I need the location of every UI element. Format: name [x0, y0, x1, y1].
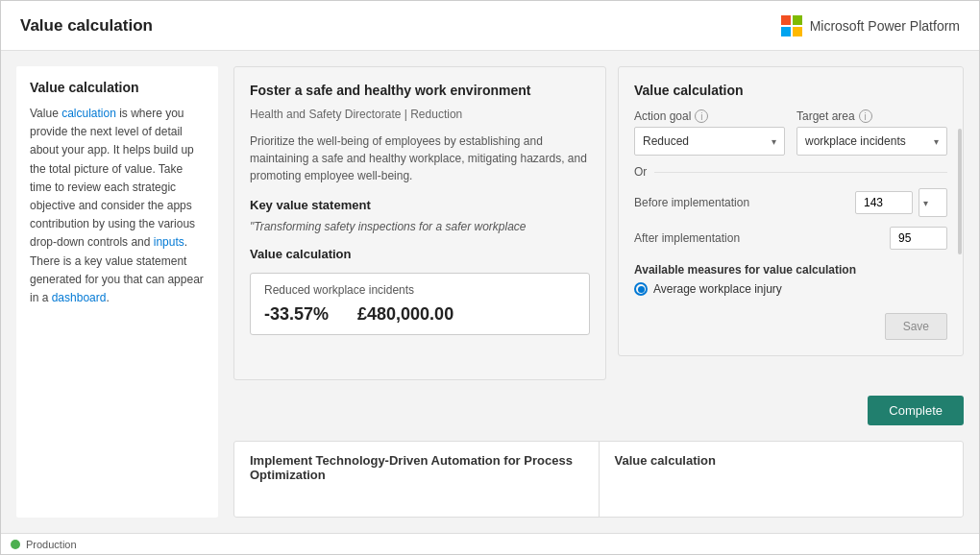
main-card-subtitle: Health and Safety Directorate | Reductio…	[250, 108, 590, 121]
before-impl-dropdown[interactable]: ▾	[919, 188, 947, 217]
before-impl-chevron-icon: ▾	[923, 198, 928, 208]
status-text: Production	[26, 539, 77, 550]
bottom-right-title: Value calculation	[615, 453, 948, 468]
before-impl-row: Before implementation ▾	[634, 188, 947, 217]
action-goal-info-icon[interactable]: i	[695, 109, 708, 123]
value-box-label: Reduced workplace incidents	[264, 283, 576, 297]
measure-label: Average workplace injury	[653, 282, 782, 296]
measures-title: Available measures for value calculation	[634, 263, 947, 277]
before-impl-label: Before implementation	[634, 196, 749, 209]
or-divider	[654, 172, 947, 173]
center-area: Foster a safe and healthy work environme…	[233, 66, 964, 518]
value-numbers: -33.57% £480,000.00	[264, 304, 576, 325]
bottom-left-title: Implement Technology-Driven Automation f…	[250, 453, 583, 482]
status-bar: Production	[1, 533, 979, 554]
key-value-label: Key value statement	[250, 198, 590, 212]
value-calc-panel-title: Value calculation	[634, 83, 947, 98]
top-row: Foster a safe and healthy work environme…	[233, 66, 964, 380]
amount-value: £480,000.00	[357, 304, 453, 325]
left-panel-text: Value calculation is where you provide t…	[30, 105, 205, 307]
complete-btn-area: Complete	[233, 392, 964, 429]
ms-blue-square	[781, 27, 791, 36]
measures-section: Available measures for value calculation…	[634, 263, 947, 296]
bottom-row: Implement Technology-Driven Automation f…	[233, 441, 964, 518]
before-impl-input-wrap: ▾	[855, 188, 947, 217]
action-goal-label: Action goal i	[634, 109, 785, 123]
app-frame: Value calculation Microsoft Power Platfo…	[0, 0, 980, 555]
action-target-row: Action goal i Reduced ▾ Target	[634, 109, 947, 156]
before-impl-input[interactable]	[855, 191, 913, 214]
ms-green-square	[793, 15, 802, 25]
page-title: Value calculation	[20, 16, 153, 36]
action-goal-group: Action goal i Reduced ▾	[634, 109, 785, 156]
ms-squares-icon	[781, 15, 802, 36]
target-area-info-icon[interactable]: i	[859, 109, 872, 123]
bottom-card-left: Implement Technology-Driven Automation f…	[234, 442, 600, 517]
header: Value calculation Microsoft Power Platfo…	[1, 1, 979, 51]
measure-radio[interactable]	[634, 282, 648, 296]
percentage-value: -33.57%	[264, 304, 329, 325]
target-area-label: Target area i	[796, 109, 947, 123]
main-card-left: Foster a safe and healthy work environme…	[233, 66, 606, 380]
value-calc-box: Reduced workplace incidents -33.57% £480…	[250, 273, 590, 335]
scrollbar[interactable]	[958, 129, 962, 254]
value-calc-panel: Value calculation Action goal i Reduced	[618, 66, 964, 356]
left-panel-title: Value calculation	[30, 80, 205, 95]
bottom-card-right: Value calculation	[600, 442, 964, 517]
target-area-select[interactable]: workplace incidents ▾	[796, 127, 947, 156]
value-calc-section-label: Value calculation	[250, 247, 590, 261]
measure-item: Average workplace injury	[634, 282, 947, 296]
action-goal-chevron-icon: ▾	[772, 136, 776, 147]
inputs-link[interactable]: inputs	[154, 235, 184, 249]
target-area-group: Target area i workplace incidents ▾	[796, 109, 947, 156]
after-impl-row: After implementation	[634, 227, 947, 250]
main-content: Value calculation Value calculation is w…	[1, 51, 979, 533]
after-impl-input[interactable]	[890, 227, 947, 250]
calculation-link[interactable]: calculation	[61, 107, 116, 120]
action-goal-select[interactable]: Reduced ▾	[634, 127, 785, 156]
save-button[interactable]: Save	[885, 313, 947, 340]
ms-yellow-square	[793, 27, 802, 36]
left-panel: Value calculation Value calculation is w…	[16, 66, 218, 518]
status-dot-icon	[11, 540, 20, 549]
radio-dot-inner	[638, 286, 645, 293]
ms-red-square	[781, 15, 791, 25]
dashboard-link[interactable]: dashboard	[52, 291, 107, 304]
ms-logo: Microsoft Power Platform	[781, 15, 960, 36]
after-impl-input-wrap	[890, 227, 947, 250]
complete-button[interactable]: Complete	[868, 396, 964, 425]
key-value-text: "Transforming safety inspections for a s…	[250, 220, 590, 233]
main-card-title: Foster a safe and healthy work environme…	[250, 83, 590, 98]
target-area-chevron-icon: ▾	[934, 136, 939, 147]
right-card-wrap: Value calculation Action goal i Reduced	[618, 66, 964, 380]
or-row: Or	[634, 165, 947, 179]
ms-brand-text: Microsoft Power Platform	[810, 18, 960, 34]
after-impl-label: After implementation	[634, 231, 740, 245]
main-card-desc: Prioritize the well-being of employees b…	[250, 133, 590, 184]
